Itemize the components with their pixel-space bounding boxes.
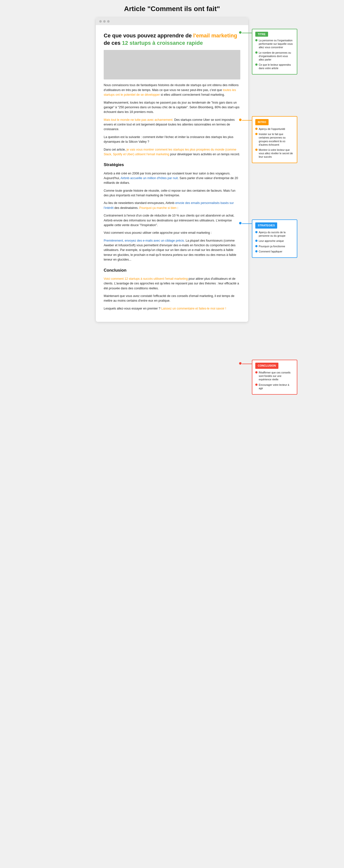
annotation-titre-header: TITRE (255, 32, 268, 37)
annot-strategies-item-2: Leur approche unique (255, 239, 294, 243)
annot-dot (255, 240, 257, 242)
annotation-titre: TITRE La personne ou l'organisation perf… (252, 29, 297, 74)
annotation-intro-list: Aperçu de l'opportunité Insister sur le … (255, 127, 294, 158)
annot-conclusion-item-1: Réaffirmer que ces conseils sont fondés … (255, 371, 294, 381)
connector-dot-strategies (239, 222, 242, 224)
strategies-heading: Stratégies (104, 162, 240, 168)
connector-dot-titre (239, 31, 242, 34)
article-image (104, 50, 240, 80)
annot-intro-item-3: Montrer à votre lecteur que vous allez r… (255, 148, 294, 159)
paragraph-4: La question est la suivante : comment év… (104, 135, 240, 145)
annot-strategies-item-1: Aperçu du succès de la personne ou du gr… (255, 230, 294, 238)
connector-dot-intro (239, 119, 242, 121)
annot-intro-item-2: Insister sur le fait que certaines perso… (255, 132, 294, 146)
browser-dot-2 (103, 20, 106, 23)
annot-intro-item-1: Aperçu de l'opportunité (255, 127, 294, 131)
annot-titre-item-2: Le nombre de personnes ou d'organisation… (255, 51, 294, 62)
page-wrapper: Article "Comment ils ont fait" TITRE La … (96, 5, 248, 863)
annot-dot (255, 128, 257, 130)
annot-dot (255, 149, 257, 151)
annotation-strategies-list: Aperçu du succès de la personne ou du gr… (255, 230, 294, 253)
paragraph-14: Lesquels allez-vous essayer en premier ?… (104, 306, 240, 311)
annotation-intro-header: INTRO (255, 119, 269, 125)
annot-dot (255, 245, 257, 247)
paragraph-10: Voici comment vous pouvez utiliser cette… (104, 230, 240, 235)
annot-dot (255, 52, 257, 54)
headline-startups: 12 startups à croissance rapide (122, 40, 203, 46)
connector-dot-conclusion (239, 362, 242, 365)
link-leave-comment[interactable]: Laissez un commentaire et faites-le moi … (161, 307, 226, 310)
paragraph-8: Au lieu de newsletters standard ennuyeus… (104, 201, 240, 210)
headline-email-marketing: l'email marketing (193, 32, 237, 39)
annot-dot (255, 39, 257, 41)
browser-dot-3 (107, 20, 110, 23)
link-12-startups[interactable]: Voici comment 12 startups à succès utili… (104, 277, 188, 280)
paragraph-13: Maintenant que vous avez constaté l'effi… (104, 294, 240, 303)
browser-frame: TITRE La personne ou l'organisation perf… (96, 18, 248, 322)
conclusion-heading: Conclusion (104, 267, 240, 274)
paragraph-9: Contrairement à l'envoi d'un code de réd… (104, 213, 240, 227)
annot-dot (255, 231, 257, 233)
annot-strategies-item-3: Pourquoi ça fonctionne (255, 245, 294, 248)
paragraph-5: Dans cet article, je vais vous montrer c… (104, 147, 240, 157)
content-area: TITRE La personne ou l'organisation perf… (96, 25, 248, 322)
annot-titre-item-1: La personne ou l'organisation performant… (255, 39, 294, 49)
paragraph-3: Mais tout le monde ne lutte pas avec ach… (104, 118, 240, 132)
annotation-intro: INTRO Aperçu de l'opportunité Insister s… (252, 116, 297, 163)
annot-dot (255, 250, 257, 252)
paragraph-7: Comme toute grande histoire de réussite,… (104, 188, 240, 198)
paragraph-11: Premièrement, envoyez des e-mails avec u… (104, 239, 240, 262)
link-not-struggle[interactable]: Mais tout le monde ne lutte pas avec ach… (104, 118, 173, 122)
annotation-strategies-header: STRATEGIES (255, 222, 277, 228)
annot-dot (255, 63, 257, 66)
annotation-conclusion-header: CONCLUSION (255, 363, 278, 369)
link-targeted-emails[interactable]: Premièrement, envoyez des e-mails avec u… (104, 239, 185, 242)
page-title: Article "Comment ils ont fait" (96, 5, 248, 13)
annotation-conclusion: CONCLUSION Réaffirmer que ces conseils s… (252, 360, 297, 395)
paragraph-6: Airbnb a été créé en 2008 par trois pers… (104, 171, 240, 186)
annotation-conclusion-list: Réaffirmer que ces conseils sont fondés … (255, 371, 294, 390)
annot-dot (255, 371, 257, 373)
annot-dot (255, 383, 257, 386)
annotation-strategies: STRATEGIES Aperçu du succès de la person… (252, 219, 297, 258)
link-airbnb-hosts[interactable]: Airbnb accueille un million d'hôtes par … (121, 177, 178, 180)
paragraph-12: Voici comment 12 startups à succès utili… (104, 277, 240, 291)
annot-titre-item-3: Ce que le lecteur apprendra dans votre a… (255, 63, 294, 70)
browser-bar (96, 18, 248, 25)
article-headline: Ce que vous pouvez apprendre de l'email … (104, 32, 240, 46)
article-body: Nous connaissons tous de fantastiques hi… (104, 83, 240, 311)
annot-conclusion-item-2: Encourager votre lecteur à agir (255, 383, 294, 390)
paragraph-2: Malheureusement, toutes les startups ne … (104, 100, 240, 115)
annotation-titre-list: La personne ou l'organisation performant… (255, 39, 294, 70)
annot-strategies-item-4: Comment l'appliquer (255, 250, 294, 253)
link-why-works[interactable]: Pourquoi ça marche si bien (139, 206, 176, 210)
paragraph-1: Nous connaissons tous de fantastiques hi… (104, 83, 240, 97)
annot-dot (255, 133, 257, 135)
browser-dot-1 (99, 20, 102, 23)
